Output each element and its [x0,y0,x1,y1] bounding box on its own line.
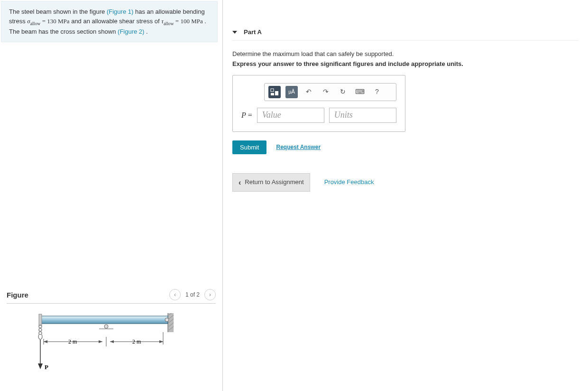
figure-pager: ‹ 1 of 2 › [169,289,216,300]
pager-next-button[interactable]: › [204,289,216,300]
figure-1-diagram: P 2 m 2 m [35,313,216,381]
instruction-text: Express your answer to three significant… [232,59,579,69]
symbols-button[interactable]: µÅ [285,86,298,98]
dim-right: 2 m [132,338,141,345]
return-to-assignment-button[interactable]: Return to Assignment [232,173,310,192]
svg-point-13 [39,328,42,331]
chevron-left-icon [239,177,242,189]
problem-text: The steel beam shown in the figure [9,8,107,15]
provide-feedback-link[interactable]: Provide Feedback [324,177,374,187]
dim-left: 2 m [68,338,77,345]
undo-button[interactable]: ↶ [303,86,315,98]
problem-statement: The steel beam shown in the figure (Figu… [1,1,218,42]
svg-marker-16 [38,363,43,369]
pager-label: 1 of 2 [185,291,200,298]
reset-button[interactable]: ↻ [337,86,349,98]
sigma-symbol: σallow = 130 MPa [27,18,69,25]
svg-rect-27 [275,91,278,95]
problem-text: and an allowable shear stress of [71,18,161,25]
part-title: Part A [244,28,262,36]
svg-marker-25 [159,340,163,343]
svg-point-9 [104,325,108,328]
figure-2-link[interactable]: (Figure 2) [118,28,144,35]
load-label: P [45,363,48,371]
figure-title: Figure [7,291,28,299]
equation-toolbar: µÅ ↶ ↷ ↻ ⌨ ? [264,83,396,101]
svg-rect-28 [271,93,274,95]
request-answer-link[interactable]: Request Answer [276,143,321,152]
submit-button[interactable]: Submit [232,140,266,154]
svg-marker-24 [110,340,114,343]
tau-symbol: τallow = 100 MPa [161,18,202,25]
problem-text: . [146,28,148,35]
svg-point-14 [39,332,42,335]
svg-marker-23 [99,340,102,343]
redo-button[interactable]: ↷ [320,86,332,98]
svg-point-11 [165,318,169,322]
units-input[interactable]: Units [329,108,396,123]
svg-rect-8 [39,314,42,326]
keyboard-button[interactable]: ⌨ [354,86,366,98]
part-a-header[interactable]: Part A [232,19,579,41]
answer-box: µÅ ↶ ↷ ↻ ⌨ ? P= Value Units [232,75,405,132]
pager-prev-button[interactable]: ‹ [169,289,181,300]
svg-marker-22 [44,340,47,343]
figure-1-link[interactable]: (Figure 1) [107,8,133,15]
templates-button[interactable] [268,86,281,98]
caret-down-icon [232,31,237,34]
svg-rect-7 [40,316,168,324]
help-button[interactable]: ? [371,86,383,98]
svg-rect-26 [271,89,274,92]
value-input[interactable]: Value [257,108,324,123]
variable-label: P= [241,109,252,121]
question-text: Determine the maximum load that can safe… [232,49,579,59]
